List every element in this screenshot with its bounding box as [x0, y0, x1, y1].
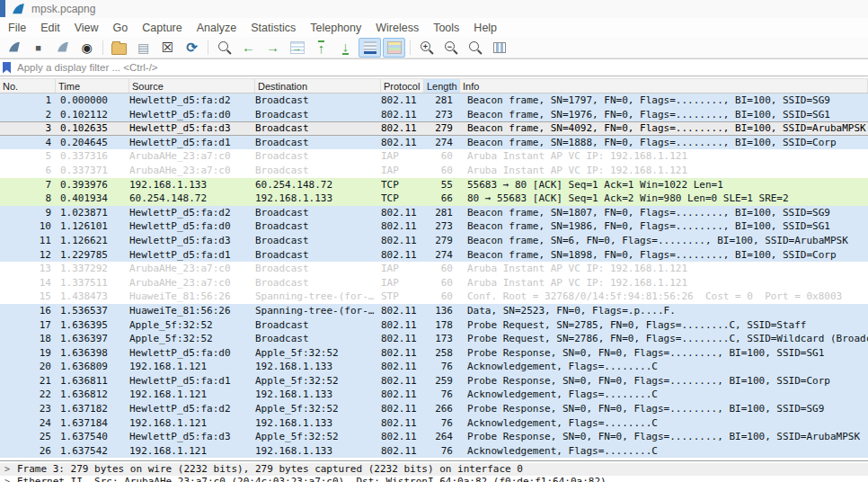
packet-row[interactable]: 211.636811HewlettP_d5:fa:d1Apple_5f:32:5…: [0, 374, 868, 388]
packet-row[interactable]: 181.636397Apple_5f:32:52Broadcast802.111…: [0, 332, 868, 346]
stop-capture-icon[interactable]: ■: [27, 38, 49, 58]
wireshark-logo-icon: [12, 3, 25, 15]
packet-row[interactable]: 221.636812192.168.1.121192.168.1.133802.…: [0, 388, 868, 402]
restart-capture-icon[interactable]: [51, 38, 74, 58]
detail-line[interactable]: >Frame 3: 279 bytes on wire (2232 bits),…: [0, 463, 868, 476]
packet-row[interactable]: 241.637184192.168.1.121192.168.1.133802.…: [0, 416, 868, 431]
packet-cell-no: 16: [0, 304, 56, 318]
column-header-time[interactable]: Time: [56, 79, 129, 93]
packet-row[interactable]: 30.102635HewlettP_d5:fa:d3Broadcast802.1…: [0, 121, 868, 136]
zoom-out-icon[interactable]: −: [439, 38, 462, 58]
packet-cell-source: HuaweiTe_81:56:26: [129, 290, 255, 304]
zoom-100-icon[interactable]: [464, 38, 486, 58]
menu-statistics[interactable]: Statistics: [244, 20, 303, 36]
packet-cell-info: Probe Request, SN=2786, FN=0, Flags=....…: [460, 332, 868, 346]
go-to-bottom-icon[interactable]: ↓: [334, 38, 357, 58]
open-file-icon[interactable]: [108, 38, 130, 58]
menu-go[interactable]: Go: [106, 20, 136, 36]
packet-cell-no: 19: [0, 346, 56, 361]
packet-row[interactable]: 20.102112HewlettP_d5:fa:d0Broadcast802.1…: [0, 108, 868, 122]
column-header-protocol[interactable]: Protocol: [381, 79, 424, 93]
column-header-source[interactable]: Source: [129, 79, 255, 93]
capture-options-icon[interactable]: ◉: [75, 38, 98, 58]
detail-line-text: Frame 3: 279 bytes on wire (2232 bits), …: [17, 463, 523, 475]
menu-help[interactable]: Help: [466, 20, 504, 36]
close-file-icon[interactable]: ☒: [156, 38, 179, 58]
menu-analyze[interactable]: Analyze: [190, 20, 244, 36]
column-header-no[interactable]: No.: [0, 79, 56, 93]
menu-view[interactable]: View: [67, 20, 106, 36]
packet-cell-length: 281: [424, 94, 460, 108]
packet-cell-info: Probe Response, SN=0, FN=0, Flags=......…: [460, 374, 868, 388]
packet-row[interactable]: 161.536537HuaweiTe_81:56:26Spanning-tree…: [0, 304, 868, 318]
packet-cell-destination: Apple_5f:32:52: [255, 430, 381, 444]
column-header-destination[interactable]: Destination: [255, 79, 381, 93]
packet-cell-protocol: TCP: [381, 178, 424, 192]
packet-row[interactable]: 60.337371ArubaAHe_23:a7:c0BroadcastIAP60…: [0, 164, 868, 178]
column-header-length[interactable]: Length: [424, 79, 460, 93]
packet-row[interactable]: 171.636395Apple_5f:32:52Broadcast802.111…: [0, 318, 868, 333]
menu-edit[interactable]: Edit: [33, 20, 67, 36]
menu-file[interactable]: File: [1, 20, 33, 36]
auto-scroll-icon[interactable]: [359, 38, 381, 58]
packet-row[interactable]: 141.337511ArubaAHe_23:a7:c0BroadcastIAP6…: [0, 276, 868, 290]
window-title: mpsk.pcapng: [31, 3, 95, 15]
packet-row[interactable]: 191.636398HewlettP_d5:fa:d0Apple_5f:32:5…: [0, 346, 868, 361]
packet-row[interactable]: 131.337292ArubaAHe_23:a7:c0BroadcastIAP6…: [0, 262, 868, 276]
go-to-top-icon[interactable]: ↑: [310, 38, 332, 58]
packet-cell-protocol: 802.11: [381, 234, 424, 248]
packet-row[interactable]: 80.40193460.254.148.72192.168.1.133TCP66…: [0, 192, 868, 206]
packet-cell-source: 192.168.1.121: [129, 360, 255, 374]
menu-tools[interactable]: Tools: [426, 20, 466, 36]
packet-cell-source: ArubaAHe_23:a7:c0: [129, 164, 255, 178]
filter-bookmark-icon[interactable]: [3, 62, 11, 74]
packet-cell-length: 264: [424, 430, 460, 444]
packet-row[interactable]: 101.126101HewlettP_d5:fa:d0Broadcast802.…: [0, 219, 868, 234]
colorize-packets-icon[interactable]: [383, 38, 405, 58]
packet-cell-destination: Broadcast: [255, 276, 381, 290]
packet-cell-length: 60: [424, 164, 460, 178]
menu-capture[interactable]: Capture: [135, 20, 189, 36]
packet-row[interactable]: 50.337316ArubaAHe_23:a7:c0BroadcastIAP60…: [0, 149, 868, 164]
save-file-icon[interactable]: ▤: [132, 38, 155, 58]
packet-cell-destination: Apple_5f:32:52: [255, 402, 381, 416]
packet-cell-protocol: IAP: [381, 149, 424, 164]
menu-wireless[interactable]: Wireless: [368, 20, 426, 36]
tree-expander-icon[interactable]: >: [4, 463, 17, 476]
packet-cell-no: 2: [0, 108, 56, 122]
packet-row[interactable]: 261.637542192.168.1.121192.168.1.133802.…: [0, 444, 868, 459]
go-back-icon[interactable]: ←: [237, 38, 260, 58]
zoom-in-icon[interactable]: +: [415, 38, 438, 58]
packet-row[interactable]: 151.438473HuaweiTe_81:56:26Spanning-tree…: [0, 290, 868, 304]
packet-row[interactable]: 70.393976192.168.1.13360.254.148.72TCP55…: [0, 178, 868, 192]
resize-columns-icon[interactable]: [488, 38, 510, 58]
packet-row[interactable]: 40.204645HewlettP_d5:fa:d1Broadcast802.1…: [0, 136, 868, 150]
menu-telephony[interactable]: Telephony: [303, 20, 368, 36]
packet-cell-no: 8: [0, 192, 56, 206]
packet-cell-length: 259: [424, 374, 460, 388]
packet-row[interactable]: 231.637182HewlettP_d5:fa:d2Apple_5f:32:5…: [0, 402, 868, 416]
packet-row[interactable]: 111.126621HewlettP_d5:fa:d3Broadcast802.…: [0, 234, 868, 248]
packet-cell-source: HewlettP_d5:fa:d0: [129, 346, 255, 361]
packet-row[interactable]: 91.023871HewlettP_d5:fa:d2Broadcast802.1…: [0, 206, 868, 220]
packet-cell-no: 23: [0, 402, 56, 416]
display-filter-input[interactable]: [15, 60, 868, 76]
packet-cell-time: 1.438473: [56, 290, 129, 304]
go-forward-icon[interactable]: →: [261, 38, 284, 58]
tree-expander-icon[interactable]: >: [4, 476, 17, 482]
detail-line[interactable]: >Ethernet II, Src: ArubaAHe_23:a7:c0 (20…: [0, 476, 868, 482]
column-header-info[interactable]: Info: [460, 79, 868, 93]
packet-row[interactable]: 10.000000HewlettP_d5:fa:d2Broadcast802.1…: [0, 94, 868, 108]
packet-cell-time: 1.637184: [56, 416, 129, 431]
detail-line-text: Ethernet II, Src: ArubaAHe_23:a7:c0 (20:…: [17, 476, 607, 482]
packet-row[interactable]: 251.637540HewlettP_d5:fa:d3Apple_5f:32:5…: [0, 430, 868, 444]
start-capture-icon[interactable]: [3, 38, 25, 58]
packet-cell-destination: Broadcast: [255, 121, 381, 136]
packet-row[interactable]: 121.229785HewlettP_d5:fa:d1Broadcast802.…: [0, 248, 868, 263]
find-packet-icon[interactable]: [213, 38, 235, 58]
packet-cell-time: 1.637182: [56, 402, 129, 416]
packet-row[interactable]: 201.636809192.168.1.121192.168.1.133802.…: [0, 360, 868, 374]
reload-file-icon[interactable]: ⟳: [181, 38, 203, 58]
go-to-packet-icon[interactable]: →: [286, 38, 308, 58]
toolbar-separator: [208, 40, 208, 55]
